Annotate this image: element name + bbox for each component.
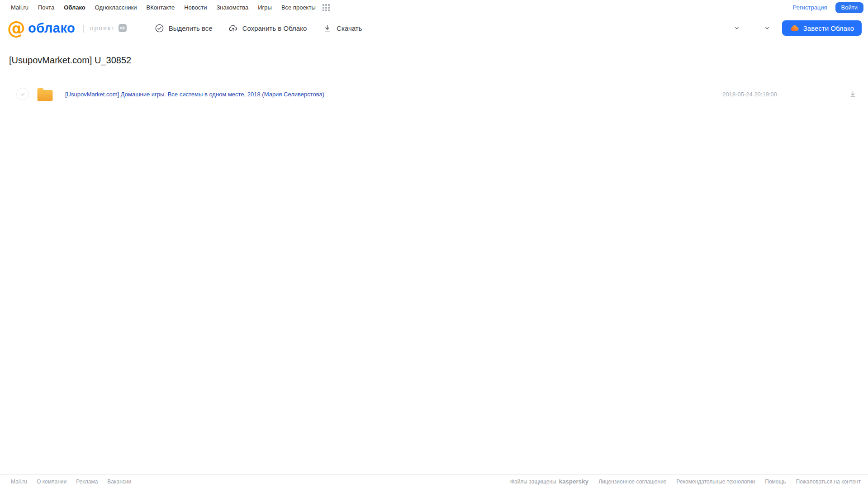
download-button[interactable]: Скачать xyxy=(323,24,362,33)
file-date: 2018-05-24 20:19:00 xyxy=(722,91,777,98)
portal-nav: Mail.ru Почта Облако Одноклассники ВКонт… xyxy=(11,4,330,11)
footer-link-ads[interactable]: Реклама xyxy=(76,479,98,485)
cloud-upload-icon xyxy=(228,24,238,33)
footer-link-license[interactable]: Лицензионное соглашение xyxy=(598,479,666,485)
footer-link-jobs[interactable]: Вакансии xyxy=(107,479,131,485)
download-icon xyxy=(323,24,332,33)
footer-left-links: Mail.ru О компании Реклама Вакансии xyxy=(11,479,131,485)
footer-link-report-content[interactable]: Пожаловаться на контент xyxy=(796,479,861,485)
topnav-link-games[interactable]: Игры xyxy=(258,4,272,11)
project-label: проект xyxy=(90,24,115,32)
chevron-down-icon xyxy=(764,25,770,31)
topnav-link-news[interactable]: Новости xyxy=(184,4,207,11)
file-name-link[interactable]: [UsupovMarket.com] Домашние игры. Все си… xyxy=(65,91,722,98)
select-all-button[interactable]: Выделить все xyxy=(155,24,213,33)
folder-icon[interactable] xyxy=(37,87,53,101)
sort-icon xyxy=(752,21,762,35)
file-row: [UsupovMarket.com] Домашние игры. Все си… xyxy=(0,84,868,104)
topnav-link-mail[interactable]: Почта xyxy=(38,4,54,11)
chevron-down-icon xyxy=(734,25,740,31)
topnav-link-odnoklassniki[interactable]: Одноклассники xyxy=(95,4,137,11)
sort-dropdown[interactable] xyxy=(752,21,770,35)
all-projects-grid-icon[interactable] xyxy=(323,4,330,11)
row-checkbox[interactable] xyxy=(16,88,29,100)
kaspersky-protection: Файлы защищены kaspersky xyxy=(510,478,588,485)
protected-label: Файлы защищены xyxy=(510,479,556,485)
auth-area: Регистрация Войти xyxy=(793,2,863,13)
select-all-label: Выделить все xyxy=(169,24,213,32)
download-icon xyxy=(849,90,857,99)
cloud-icon xyxy=(790,24,799,33)
check-icon xyxy=(19,91,26,98)
topnav-link-dating[interactable]: Знакомства xyxy=(216,4,248,11)
topnav-link-all-projects[interactable]: Все проекты xyxy=(281,4,316,11)
cloud-logo[interactable]: @ облако | проект vk xyxy=(7,19,127,37)
topnav-link-vkontakte[interactable]: ВКонтакте xyxy=(147,4,175,11)
row-download-button[interactable] xyxy=(849,90,857,99)
check-circle-icon xyxy=(155,24,164,33)
footer-link-help[interactable]: Помощь xyxy=(765,479,786,485)
header: @ облако | проект vk Выделить все Сохран… xyxy=(0,15,868,41)
footer-link-about[interactable]: О компании xyxy=(37,479,66,485)
mailru-at-icon: @ xyxy=(7,19,25,37)
vk-icon: vk xyxy=(119,24,127,32)
footer-link-mailru[interactable]: Mail.ru xyxy=(11,479,27,485)
get-cloud-button[interactable]: Завести Облако xyxy=(782,20,862,36)
get-cloud-label: Завести Облако xyxy=(803,24,854,32)
save-to-cloud-label: Сохранить в Облако xyxy=(242,24,307,32)
file-toolbar: Выделить все Сохранить в Облако Скачать xyxy=(155,24,362,33)
save-to-cloud-button[interactable]: Сохранить в Облако xyxy=(228,24,307,33)
login-button[interactable]: Войти xyxy=(835,2,863,13)
registration-link[interactable]: Регистрация xyxy=(793,4,827,11)
footer-link-recommendation-tech[interactable]: Рекомендательные технологии xyxy=(677,479,755,485)
logo-word: облако xyxy=(28,21,75,36)
view-mode-dropdown[interactable] xyxy=(721,21,740,35)
page-title: [UsupovMarket.com] U_30852 xyxy=(9,55,868,66)
download-label: Скачать xyxy=(337,24,362,32)
view-mode-icon xyxy=(721,21,732,35)
main-content: [UsupovMarket.com] U_30852 [UsupovMarket… xyxy=(0,41,868,104)
logo-divider: | xyxy=(82,24,85,33)
top-bar: Mail.ru Почта Облако Одноклассники ВКонт… xyxy=(0,0,868,15)
topnav-link-cloud[interactable]: Облако xyxy=(64,4,85,11)
footer-right-links: Файлы защищены kaspersky Лицензионное со… xyxy=(510,478,861,485)
kaspersky-logo[interactable]: kaspersky xyxy=(559,478,588,485)
footer: Mail.ru О компании Реклама Вакансии Файл… xyxy=(0,474,868,488)
topnav-link-mailru[interactable]: Mail.ru xyxy=(11,4,28,11)
view-controls: Завести Облако xyxy=(721,20,862,36)
